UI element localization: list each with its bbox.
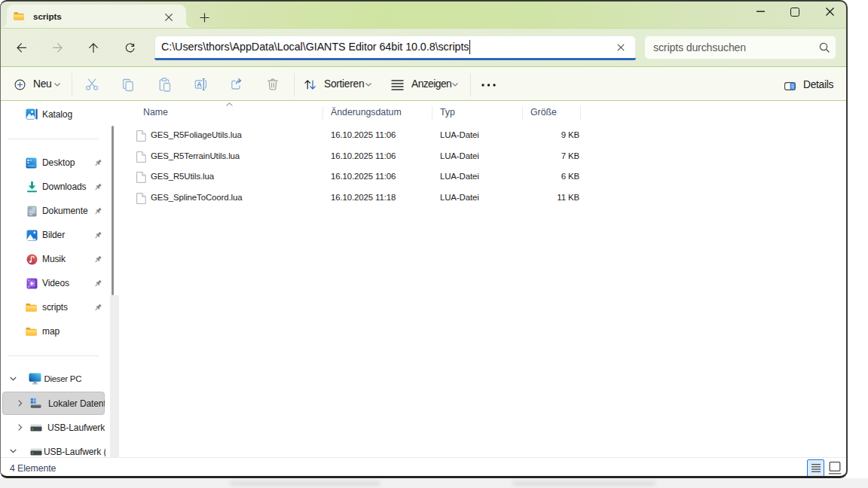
svg-text:A: A [197,81,202,88]
